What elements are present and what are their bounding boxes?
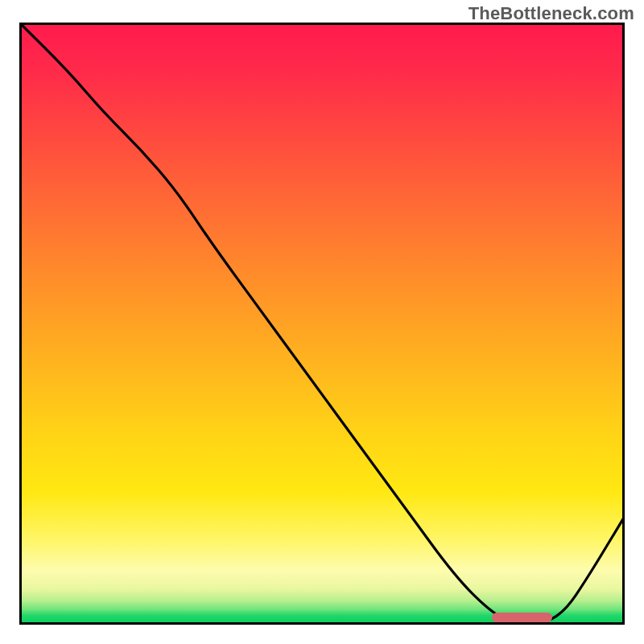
optimal-range-marker <box>492 613 552 622</box>
curve-layer <box>19 23 625 625</box>
bottleneck-curve <box>19 23 625 625</box>
chart-container: TheBottleneck.com <box>0 0 644 644</box>
plot-area <box>19 23 625 625</box>
watermark-text: TheBottleneck.com <box>469 3 634 24</box>
